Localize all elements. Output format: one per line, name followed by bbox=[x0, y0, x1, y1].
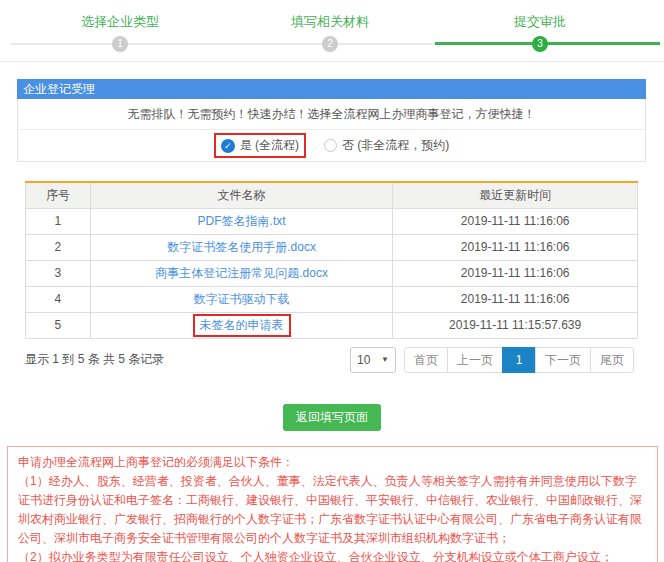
current-page-button[interactable]: 1 bbox=[502, 347, 536, 373]
next-page-button[interactable]: 下一页 bbox=[535, 347, 591, 373]
back-button-row: 返回填写页面 bbox=[0, 404, 664, 431]
panel-body: 无需排队！无需预约！快速办结！选择全流程网上办理商事登记，方便快捷！ ✓ 是 (… bbox=[17, 99, 646, 162]
process-type-radios: ✓ 是 (全流程) 否 (非全流程，预约) bbox=[18, 130, 645, 161]
file-link-cert-manual[interactable]: 数字证书签名使用手册.docx bbox=[167, 240, 316, 254]
radio-non-full-process[interactable]: 否 (非全流程，预约) bbox=[324, 137, 449, 154]
table-row: 1 PDF签名指南.txt 2019-11-11 11:16:06 bbox=[26, 208, 638, 234]
requirements-notice-box: 申请办理全流程网上商事登记的必须满足以下条件： （1）经办人、股东、经营者、投资… bbox=[7, 446, 658, 562]
step-3-circle: 3 bbox=[532, 36, 548, 52]
first-page-button[interactable]: 首页 bbox=[404, 347, 448, 373]
files-table: 序号 文件名称 最近更新时间 1 PDF签名指南.txt 2019-11-11 … bbox=[25, 181, 638, 339]
last-page-button[interactable]: 尾页 bbox=[590, 347, 634, 373]
radio-non-full-process-label: 否 (非全流程，预约) bbox=[342, 137, 449, 154]
radio-full-process[interactable]: ✓ 是 (全流程) bbox=[214, 133, 306, 158]
row-index: 5 bbox=[26, 312, 91, 338]
prev-page-button[interactable]: 上一页 bbox=[447, 347, 503, 373]
header-filename: 文件名称 bbox=[90, 182, 392, 208]
radio-unchecked-icon[interactable] bbox=[324, 139, 337, 152]
notice-paragraph: （1）经办人、股东、经营者、投资者、合伙人、董事、法定代表人、负责人等相关签字人… bbox=[18, 472, 647, 548]
header-index: 序号 bbox=[26, 182, 91, 208]
panel-title: 企业登记受理 bbox=[17, 79, 646, 99]
step-1-circle: 1 bbox=[112, 36, 128, 52]
row-updated: 2019-11-11 11:16:06 bbox=[393, 260, 638, 286]
page-size-select[interactable]: 10 ▼ bbox=[350, 347, 396, 373]
registration-panel: 企业登记受理 无需排队！无需预约！快速办结！选择全流程网上办理商事登记，方便快捷… bbox=[17, 79, 646, 162]
file-link-driver-download[interactable]: 数字证书驱动下载 bbox=[194, 292, 290, 306]
radio-full-process-label: 是 (全流程) bbox=[240, 137, 299, 154]
step-2-circle: 2 bbox=[322, 36, 338, 52]
page-size-value: 10 bbox=[357, 353, 370, 367]
table-row: 5 未签名的申请表 2019-11-11 11:15:57.639 bbox=[26, 312, 638, 338]
registration-wizard-page: 选择企业类型 填写相关材料 提交审批 1 2 3 企业登记受理 无需排队！无需预… bbox=[0, 0, 664, 562]
row-updated: 2019-11-11 11:16:06 bbox=[393, 208, 638, 234]
list-footer: 显示 1 到 5 条 共 5 条记录 10 ▼ 首页 上一页 1 下一页 尾页 bbox=[25, 347, 634, 373]
file-link-pdf-guide[interactable]: PDF签名指南.txt bbox=[198, 214, 286, 228]
table-row: 4 数字证书驱动下载 2019-11-11 11:16:06 bbox=[26, 286, 638, 312]
step-1-label[interactable]: 选择企业类型 bbox=[20, 13, 220, 31]
table-header-row: 序号 文件名称 最近更新时间 bbox=[26, 182, 638, 208]
table-row: 2 数字证书签名使用手册.docx 2019-11-11 11:16:06 bbox=[26, 234, 638, 260]
chevron-down-icon: ▼ bbox=[381, 355, 389, 364]
pagination: 10 ▼ 首页 上一页 1 下一页 尾页 bbox=[350, 347, 634, 373]
table-row: 3 商事主体登记注册常见问题.docx 2019-11-11 11:16:06 bbox=[26, 260, 638, 286]
row-index: 2 bbox=[26, 234, 91, 260]
row-updated: 2019-11-11 11:15:57.639 bbox=[393, 312, 638, 338]
notice-paragraph: 申请办理全流程网上商事登记的必须满足以下条件： bbox=[18, 453, 647, 472]
row-index: 4 bbox=[26, 286, 91, 312]
file-link-faq[interactable]: 商事主体登记注册常见问题.docx bbox=[155, 266, 328, 280]
row-index: 1 bbox=[26, 208, 91, 234]
radio-checked-icon[interactable]: ✓ bbox=[221, 139, 235, 153]
notice-paragraph: （2）拟办业务类型为有限责任公司设立、个人独资企业设立、合伙企业设立、分支机构设… bbox=[18, 548, 647, 562]
header-updated: 最近更新时间 bbox=[393, 182, 638, 208]
row-index: 3 bbox=[26, 260, 91, 286]
step-2-label[interactable]: 填写相关材料 bbox=[230, 13, 430, 31]
wizard-stepper: 选择企业类型 填写相关材料 提交审批 1 2 3 bbox=[0, 0, 664, 62]
records-summary: 显示 1 到 5 条 共 5 条记录 bbox=[25, 351, 164, 368]
pagination-buttons: 首页 上一页 1 下一页 尾页 bbox=[404, 347, 634, 373]
return-to-form-button[interactable]: 返回填写页面 bbox=[283, 404, 381, 431]
row-updated: 2019-11-11 11:16:06 bbox=[393, 286, 638, 312]
panel-notice-text: 无需排队！无需预约！快速办结！选择全流程网上办理商事登记，方便快捷！ bbox=[18, 99, 645, 130]
file-link-unsigned-application[interactable]: 未签名的申请表 bbox=[193, 314, 291, 337]
step-3-label[interactable]: 提交审批 bbox=[440, 13, 640, 31]
row-updated: 2019-11-11 11:16:06 bbox=[393, 234, 638, 260]
